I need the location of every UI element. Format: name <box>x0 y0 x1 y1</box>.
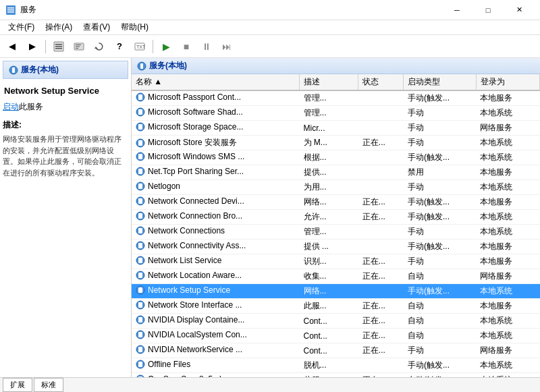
minimize-button[interactable]: ─ <box>441 0 473 20</box>
expand-tab[interactable]: 扩展 <box>3 378 32 392</box>
service-login-cell: 本地服务 <box>476 165 539 180</box>
menu-file[interactable]: 文件(F) <box>3 20 40 35</box>
svg-rect-42 <box>138 258 142 263</box>
table-row[interactable]: NVIDIA Display Containe...Cont...正在...自动… <box>132 314 540 329</box>
svg-rect-3 <box>7 11 14 13</box>
table-row[interactable]: Microsoft Software Shad...管理...手动本地系统 <box>132 106 540 121</box>
service-icon <box>136 92 145 102</box>
service-icon <box>136 271 145 280</box>
forward-button[interactable]: ▶ <box>23 37 42 56</box>
table-row[interactable]: Microsoft Storage Space...Micr...手动网络服务 <box>132 121 540 136</box>
service-name: Network Setup Service <box>3 84 128 97</box>
refresh-button[interactable] <box>90 37 109 56</box>
service-startup-cell: 手动(触发... <box>404 240 476 254</box>
menu-view[interactable]: 查看(V) <box>78 20 115 35</box>
sidebar: 服务(本地) Network Setup Service 启动此服务 描述: 网… <box>0 58 132 377</box>
service-name-cell: Network Connected Devi... <box>148 196 244 206</box>
svg-rect-2 <box>7 9 14 11</box>
svg-rect-52 <box>138 332 142 337</box>
col-header-name[interactable]: 名称 ▲ <box>132 74 300 90</box>
back-button[interactable]: ◀ <box>3 37 22 56</box>
console-button[interactable] <box>70 37 88 56</box>
service-startup-cell: 自动(触发... <box>404 373 476 378</box>
service-status-cell <box>358 225 404 240</box>
service-desc-cell: 为用... <box>300 180 358 195</box>
pause-button[interactable]: ⏸ <box>197 37 216 56</box>
table-row[interactable]: Network Location Aware...收集...正在...自动网络服… <box>132 269 540 284</box>
service-icon <box>136 211 145 221</box>
table-row[interactable]: Network Connection Bro...允许...正在...手动(触发… <box>132 210 540 225</box>
services-table-container[interactable]: 名称 ▲ 描述 状态 启动类型 登录为 Microsoft Passport C… <box>132 74 540 377</box>
standard-tab[interactable]: 标准 <box>34 378 63 392</box>
svg-rect-24 <box>138 124 142 130</box>
table-row[interactable]: Microsoft Store 安装服务为 M...正在...手动本地系统 <box>132 136 540 150</box>
restart-button[interactable]: ⏭ <box>217 37 236 56</box>
svg-rect-28 <box>138 154 142 159</box>
service-status-cell: 正在... <box>358 210 404 225</box>
svg-rect-54 <box>138 347 142 352</box>
table-row[interactable]: Net.Tcp Port Sharing Ser...提供...禁用本地服务 <box>132 165 540 180</box>
service-desc-cell: 提供... <box>300 165 358 180</box>
table-header-row: 名称 ▲ 描述 状态 启动类型 登录为 <box>132 74 540 90</box>
service-desc-cell: 管理... <box>300 90 358 106</box>
export-button[interactable]: TXT <box>130 37 149 56</box>
col-header-status[interactable]: 状态 <box>358 74 404 90</box>
table-row[interactable]: Microsoft Passport Cont...管理...手动(触发...本… <box>132 90 540 106</box>
table-row[interactable]: Network Connections管理...手动本地系统 <box>132 225 540 240</box>
service-startup-cell: 自动 <box>404 269 476 284</box>
service-startup-cell: 手动 <box>404 106 476 121</box>
table-row[interactable]: Network Connectivity Ass...提供 ...手动(触发..… <box>132 240 540 254</box>
service-status-cell <box>358 150 404 165</box>
service-startup-cell: 手动 <box>404 121 476 136</box>
table-row[interactable]: Offline Files脱机...手动(触发...本地系统 <box>132 358 540 373</box>
table-row[interactable]: NVIDIA LocalSystem Con...Cont...正在...自动本… <box>132 329 540 343</box>
table-row[interactable]: Microsoft Windows SMS ...根据...手动(触发...本地… <box>132 150 540 165</box>
svg-rect-38 <box>138 228 142 233</box>
service-status-cell: 正在... <box>358 373 404 378</box>
service-icon <box>136 241 145 250</box>
menu-action[interactable]: 操作(A) <box>40 20 78 35</box>
help-button[interactable]: ? <box>110 37 129 56</box>
table-row[interactable]: Network Store Interface ...此服...正在...自动本… <box>132 299 540 314</box>
service-startup-cell: 自动 <box>404 299 476 314</box>
table-row[interactable]: Netlogon为用...手动本地系统 <box>132 180 540 195</box>
service-icon <box>136 138 145 148</box>
play-button[interactable]: ▶ <box>157 37 176 56</box>
service-login-cell: 本地系统 <box>476 180 539 195</box>
service-status-cell: 正在... <box>358 254 404 269</box>
svg-rect-30 <box>138 169 142 174</box>
service-login-cell: 本地系统 <box>476 210 539 225</box>
service-name-cell: Network Connection Bro... <box>148 211 242 221</box>
service-name-cell: Network Connections <box>148 226 225 235</box>
service-desc-cell: Cont... <box>300 343 358 358</box>
table-row[interactable]: NVIDIA NetworkService ...Cont...正在...手动网… <box>132 343 540 358</box>
service-name-cell: Net.Tcp Port Sharing Ser... <box>148 167 244 176</box>
service-startup-cell: 自动 <box>404 314 476 329</box>
maximize-button[interactable]: □ <box>473 0 504 20</box>
table-row[interactable]: Network Setup Service网络...手动(触发...本地系统 <box>132 284 540 299</box>
col-header-startup[interactable]: 启动类型 <box>404 74 476 90</box>
service-status-cell: 正在... <box>358 269 404 284</box>
service-status-cell <box>358 358 404 373</box>
col-header-login[interactable]: 登录为 <box>476 74 539 90</box>
menu-bar: 文件(F) 操作(A) 查看(V) 帮助(H) <box>0 20 540 35</box>
table-row[interactable]: OneSyncSvc_8a5cd此服...正在...自动(触发...本地系统 <box>132 373 540 378</box>
services-panel-header: 服务(本地) <box>132 58 540 74</box>
table-row[interactable]: Network Connected Devi...网络...正在...手动(触发… <box>132 195 540 210</box>
menu-help[interactable]: 帮助(H) <box>115 20 154 35</box>
toolbar: ◀ ▶ ? TXT ▶ ■ ⏸ ⏭ <box>0 35 540 58</box>
stop-button[interactable]: ■ <box>177 37 196 56</box>
show-services-button[interactable] <box>49 37 68 56</box>
service-login-cell: 网络服务 <box>476 343 539 358</box>
start-service-link[interactable]: 启动 <box>3 102 19 111</box>
col-header-desc[interactable]: 描述 <box>300 74 358 90</box>
service-icon <box>136 107 145 117</box>
table-row[interactable]: Network List Service识别...正在...手动本地服务 <box>132 254 540 269</box>
service-icon <box>136 122 145 132</box>
svg-rect-46 <box>138 287 142 293</box>
service-desc-cell: Cont... <box>300 314 358 329</box>
service-desc-cell: 网络... <box>300 284 358 299</box>
service-login-cell: 本地系统 <box>476 314 539 329</box>
close-button[interactable]: ✕ <box>504 0 535 20</box>
start-service-suffix: 此服务 <box>19 102 43 111</box>
